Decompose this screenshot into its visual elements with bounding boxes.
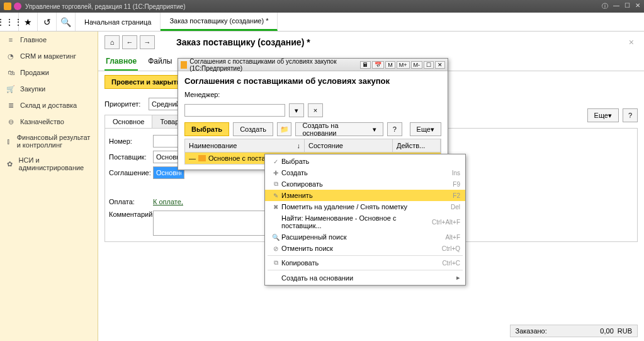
status-bar: Заказано: 0,00 RUB xyxy=(510,325,638,337)
ctx-adv-search[interactable]: 🔍Расширенный поискAlt+F xyxy=(265,231,465,243)
comment-input[interactable] xyxy=(153,211,279,236)
context-menu: ✓Выбрать ✚СоздатьIns ⧉СкопироватьF9 ✎Изм… xyxy=(264,154,466,286)
top-toolbar: ⋮⋮⋮ ★ ↺ 🔍 Начальная страница Заказ поста… xyxy=(0,13,644,32)
separator xyxy=(268,270,463,270)
dialog-icon xyxy=(181,61,187,69)
dlg-restore-icon[interactable]: ☐ xyxy=(424,61,434,69)
close-document-icon[interactable]: × xyxy=(625,37,638,47)
search-icon: 🔍 xyxy=(270,234,281,241)
ctx-cancel-search[interactable]: ⊘Отменить поискCtrl+Q xyxy=(265,243,465,254)
info-icon[interactable]: ⓘ xyxy=(602,2,608,11)
minus-icon: — xyxy=(189,154,196,162)
document-tab-main[interactable]: Главное xyxy=(105,53,138,71)
gear-icon: ✿ xyxy=(6,159,14,168)
create-button[interactable]: Создать xyxy=(233,122,273,136)
help-button[interactable]: ? xyxy=(623,108,638,122)
plus-icon: ✚ xyxy=(270,170,281,176)
pencil-icon: ✎ xyxy=(270,192,281,199)
apps-icon[interactable]: ⋮⋮⋮ xyxy=(0,13,19,31)
sidebar-item-purchases[interactable]: 🛒Закупки xyxy=(0,81,98,97)
back-icon[interactable]: ← xyxy=(122,35,137,49)
number-label: Номер: xyxy=(109,137,153,145)
tab-order[interactable]: Заказ поставщику (создание) * xyxy=(161,13,278,31)
minimize-icon[interactable]: — xyxy=(613,2,619,11)
dialog-heading: Соглашения с поставщиками об условиях за… xyxy=(184,76,441,86)
window-controls: ⓘ — ☐ ✕ xyxy=(602,2,640,11)
document-title: Заказ поставщику (создание) * xyxy=(176,37,310,47)
priority-label: Приоритет: xyxy=(105,100,149,108)
separator xyxy=(268,255,463,256)
dlg-mminus[interactable]: M- xyxy=(411,61,423,69)
create-based-button[interactable]: Создать на основании ▾ xyxy=(295,122,383,136)
bag-icon: 🛍 xyxy=(6,68,15,77)
col-state[interactable]: Состояние xyxy=(305,139,393,152)
maximize-icon[interactable]: ☐ xyxy=(624,2,630,11)
dialog-help-button[interactable]: ? xyxy=(387,122,402,136)
sidebar-item-crm[interactable]: ◔CRM и маркетинг xyxy=(0,48,98,64)
ctx-edit[interactable]: ✎ИзменитьF2 xyxy=(265,190,465,201)
supplier-label: Поставщик: xyxy=(109,153,153,161)
manager-select[interactable] xyxy=(184,104,285,117)
sidebar-item-main[interactable]: ≡Главное xyxy=(0,32,98,48)
sidebar-item-finance[interactable]: ⫿Финансовый результат и контроллинг xyxy=(0,130,98,153)
payment-link[interactable]: К оплате, xyxy=(153,198,183,205)
dlg-m[interactable]: M xyxy=(385,61,395,69)
circle-icon: ⊖ xyxy=(6,117,15,126)
dlg-calc-icon[interactable]: 🖩 xyxy=(360,61,371,69)
check-icon: ✓ xyxy=(270,158,281,165)
inner-tab-main[interactable]: Основное xyxy=(105,115,152,128)
home-icon[interactable]: ⌂ xyxy=(105,35,120,49)
app-icon xyxy=(4,3,11,10)
forward-icon[interactable]: → xyxy=(140,35,155,49)
dialog-more-button[interactable]: Еще ▾ xyxy=(410,122,441,136)
ctx-mark-delete[interactable]: ✖Пометить на удаление / Снять пометкуDel xyxy=(265,201,465,212)
ctx-create-based[interactable]: Создать на основании▸ xyxy=(265,272,465,284)
document-tab-files[interactable]: Файлы xyxy=(147,53,173,71)
manager-label: Менеджер: xyxy=(184,91,220,98)
navigation-sidebar: ≡Главное ◔CRM и маркетинг 🛍Продажи 🛒Заку… xyxy=(0,32,98,341)
sidebar-item-treasury[interactable]: ⊖Казначейство xyxy=(0,113,98,130)
manager-dropdown-button[interactable]: ▾ xyxy=(289,103,304,117)
ctx-create[interactable]: ✚СоздатьIns xyxy=(265,167,465,178)
history-icon[interactable]: ↺ xyxy=(38,13,57,31)
agreement-label: Соглашение: xyxy=(109,169,153,176)
dlg-close-icon[interactable]: ✕ xyxy=(435,61,445,69)
tab-start-page[interactable]: Начальная страница xyxy=(76,13,161,31)
sidebar-item-sales[interactable]: 🛍Продажи xyxy=(0,64,98,81)
menu-icon: ≡ xyxy=(6,35,15,44)
comment-label: Комментарий: xyxy=(109,211,153,218)
search-icon[interactable]: 🔍 xyxy=(57,13,76,31)
select-button[interactable]: Выбрать xyxy=(184,122,229,136)
post-and-close-button[interactable]: Провести и закрыть xyxy=(105,75,188,89)
star-icon[interactable]: ★ xyxy=(19,13,38,31)
ctx-clipboard-copy[interactable]: ⧉КопироватьCtrl+C xyxy=(265,257,465,269)
copy-icon: ⧉ xyxy=(270,259,281,267)
ctx-select[interactable]: ✓Выбрать xyxy=(265,156,465,167)
ctx-copy[interactable]: ⧉СкопироватьF9 xyxy=(265,178,465,190)
dlg-mplus[interactable]: M+ xyxy=(397,61,410,69)
window-titlebar: Управление торговлей, редакция 11 (1С:Пр… xyxy=(0,0,644,13)
app-icon-2 xyxy=(14,3,21,10)
sidebar-item-admin[interactable]: ✿НСИ и администрирование xyxy=(0,153,98,175)
col-name[interactable]: Наименование ↓ xyxy=(185,139,305,152)
dlg-cal-icon[interactable]: 📅 xyxy=(372,61,384,69)
cancel-icon: ⊘ xyxy=(270,245,281,252)
x-icon: ✖ xyxy=(270,204,281,211)
folder-button[interactable]: 📁 xyxy=(277,122,292,136)
col-valid[interactable]: Действ... xyxy=(393,139,441,152)
sidebar-item-warehouse[interactable]: ≣Склад и доставка xyxy=(0,97,98,113)
ctx-find[interactable]: Найти: Наименование - Основное с поставщ… xyxy=(265,212,465,231)
window-title: Управление торговлей, редакция 11 (1С:Пр… xyxy=(25,3,186,10)
copy-icon: ⧉ xyxy=(270,180,281,188)
close-icon[interactable]: ✕ xyxy=(635,2,640,11)
dialog-title: Соглашения с поставщиками об условиях за… xyxy=(189,58,360,72)
chevron-right-icon: ▸ xyxy=(456,274,460,282)
pie-icon: ◔ xyxy=(6,52,15,61)
folder-icon xyxy=(198,155,206,161)
ordered-value: 0,00 xyxy=(551,327,614,335)
bars-icon: ⫿ xyxy=(6,137,12,146)
stack-icon: ≣ xyxy=(6,101,15,110)
manager-clear-button[interactable]: × xyxy=(308,103,323,117)
cart-icon: 🛒 xyxy=(6,84,15,93)
more-button[interactable]: Еще ▾ xyxy=(587,108,619,122)
